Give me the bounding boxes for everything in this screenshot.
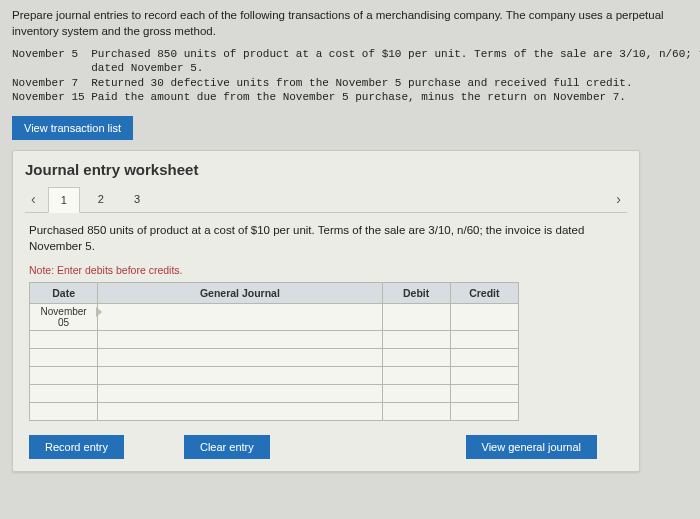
table-row [30,385,519,403]
debit-cell[interactable] [382,385,450,403]
account-cell[interactable] [98,349,382,367]
journal-entry-worksheet: Journal entry worksheet ‹ 1 2 3 › Purcha… [12,150,640,472]
problem-instructions: Prepare journal entries to record each o… [0,0,700,43]
table-row: November 05 [30,304,519,331]
debit-cell[interactable] [382,367,450,385]
col-date: Date [30,283,98,304]
table-row [30,331,519,349]
date-cell[interactable]: November 05 [30,304,98,331]
debits-before-credits-note: Note: Enter debits before credits. [29,264,623,276]
credit-cell[interactable] [450,304,518,331]
credit-cell[interactable] [450,367,518,385]
worksheet-title: Journal entry worksheet [25,161,627,178]
date-cell[interactable] [30,349,98,367]
date-cell[interactable] [30,331,98,349]
date-value: November 05 [41,306,87,328]
tab-3[interactable]: 3 [122,187,152,211]
view-general-journal-button[interactable]: View general journal [466,435,597,459]
col-credit: Credit [450,283,518,304]
prev-tab-arrow[interactable]: ‹ [25,187,42,211]
credit-cell[interactable] [450,331,518,349]
account-cell[interactable] [98,367,382,385]
debit-cell[interactable] [382,304,450,331]
tab-1[interactable]: 1 [48,187,80,213]
date-cell[interactable] [30,385,98,403]
next-tab-arrow[interactable]: › [610,187,627,211]
record-entry-button[interactable]: Record entry [29,435,124,459]
col-debit: Debit [382,283,450,304]
col-general-journal: General Journal [98,283,382,304]
date-cell[interactable] [30,367,98,385]
debit-cell[interactable] [382,403,450,421]
worksheet-tabs: ‹ 1 2 3 › [25,186,627,213]
clear-entry-button[interactable]: Clear entry [184,435,270,459]
credit-cell[interactable] [450,403,518,421]
credit-cell[interactable] [450,385,518,403]
transaction-list-text: November 5 Purchased 850 units of produc… [0,43,700,112]
date-cell[interactable] [30,403,98,421]
table-row [30,349,519,367]
account-cell[interactable] [98,385,382,403]
debit-cell[interactable] [382,349,450,367]
table-row [30,403,519,421]
account-cell[interactable] [98,403,382,421]
entry-description: Purchased 850 units of product at a cost… [29,223,623,254]
account-cell[interactable] [98,304,382,331]
dropdown-flag-icon [96,307,102,317]
view-transaction-list-button[interactable]: View transaction list [12,116,133,140]
table-row [30,367,519,385]
journal-entry-table: Date General Journal Debit Credit Novemb… [29,282,519,421]
worksheet-button-row: Record entry Clear entry View general jo… [29,435,627,459]
debit-cell[interactable] [382,331,450,349]
credit-cell[interactable] [450,349,518,367]
tab-2[interactable]: 2 [86,187,116,211]
account-cell[interactable] [98,331,382,349]
